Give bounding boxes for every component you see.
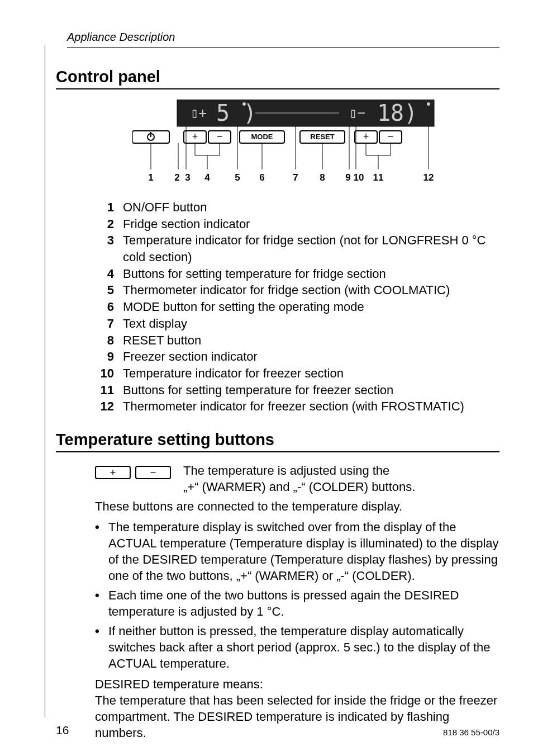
control-panel-diagram: ▯+ 5 ) ▯− 18) + − MODE RESET	[78, 100, 499, 191]
list-item: Each time one of the two buttons is pres…	[95, 587, 499, 620]
svg-text:▯−: ▯−	[349, 105, 365, 121]
svg-text:MODE: MODE	[251, 133, 273, 141]
svg-text:4: 4	[204, 172, 210, 183]
svg-text:12: 12	[423, 172, 434, 183]
svg-text:9: 9	[345, 172, 350, 183]
svg-text:7: 7	[293, 172, 298, 183]
temp-paragraph-1: These buttons are connected to the tempe…	[95, 498, 499, 514]
svg-text:+: +	[363, 131, 369, 142]
breadcrumb: Appliance Description	[67, 31, 499, 48]
svg-text:▯+: ▯+	[191, 105, 207, 121]
temp-intro-line2: „+“ (WARMER) and „-“ (COLDER) buttons.	[183, 480, 415, 494]
svg-text:+: +	[110, 467, 116, 478]
list-item: If neither button is pressed, the temper…	[95, 623, 499, 672]
page-number: 16	[56, 724, 69, 737]
svg-text:5: 5	[235, 172, 240, 183]
svg-text:2: 2	[174, 172, 179, 183]
svg-text:11: 11	[373, 172, 384, 183]
temp-intro-line1: The temperature is adjusted using the	[183, 464, 389, 478]
control-panel-legend: 1ON/OFF button 2Fridge section indicator…	[95, 199, 499, 415]
svg-text:1: 1	[148, 172, 153, 183]
svg-text:RESET: RESET	[310, 133, 334, 141]
temp-bullet-list: The temperature display is switched over…	[95, 519, 499, 672]
list-item: The temperature display is switched over…	[95, 519, 499, 584]
svg-text:8: 8	[320, 172, 325, 183]
svg-text:5 ): 5 )	[216, 100, 256, 126]
svg-text:+: +	[192, 131, 198, 142]
svg-text:10: 10	[354, 172, 364, 183]
svg-text:−: −	[217, 131, 223, 142]
svg-text:3: 3	[185, 172, 190, 183]
content-rule	[45, 45, 45, 717]
svg-rect-3	[255, 112, 339, 114]
svg-text:18): 18)	[377, 100, 417, 126]
heading-temperature-buttons: Temperature setting buttons	[56, 431, 499, 452]
svg-text:6: 6	[259, 172, 264, 183]
document-number: 818 36 55-00/3	[443, 727, 499, 737]
svg-point-7	[427, 102, 430, 106]
desired-heading: DESIRED temperature means:	[95, 676, 499, 692]
heading-control-panel: Control panel	[56, 68, 499, 89]
svg-text:−: −	[388, 131, 394, 142]
svg-text:−: −	[150, 467, 156, 478]
svg-point-6	[242, 102, 246, 106]
plus-minus-icon: + −	[95, 465, 173, 484]
